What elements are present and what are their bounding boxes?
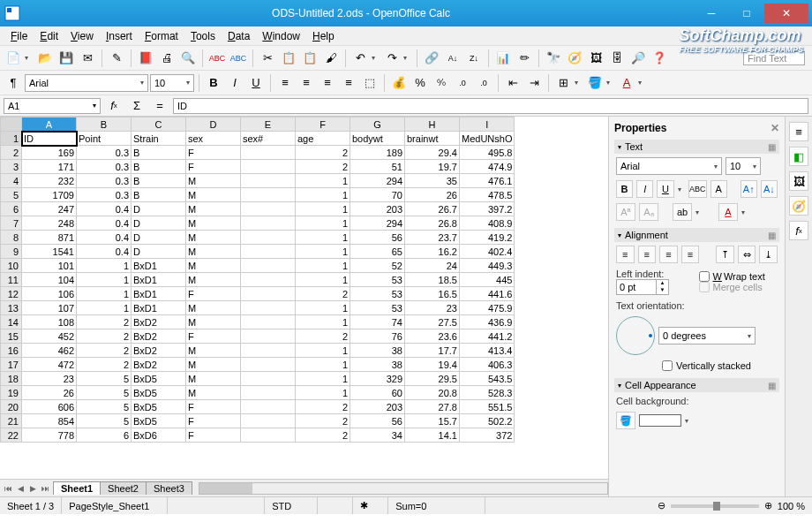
cell[interactable]: 475.9 <box>460 301 515 315</box>
menu-file[interactable]: File <box>5 28 33 44</box>
cell[interactable]: 23.6 <box>405 329 460 344</box>
cell[interactable]: 23 <box>22 372 77 386</box>
cell[interactable] <box>241 202 296 216</box>
preview-button[interactable]: 🔍 <box>178 49 198 68</box>
cell[interactable]: 1 <box>296 188 350 202</box>
cell[interactable]: BxD5 <box>132 414 186 428</box>
cell[interactable]: 1 <box>77 259 132 273</box>
cell[interactable]: M <box>186 216 241 231</box>
cell[interactable]: 5 <box>77 400 132 414</box>
cell[interactable]: brainwt <box>405 132 460 146</box>
standard-format-button[interactable]: ⁰⁄₀ <box>432 73 451 93</box>
maximize-button[interactable]: □ <box>729 4 764 23</box>
cell[interactable]: 53 <box>350 273 405 287</box>
cell[interactable]: BxD2 <box>132 329 186 344</box>
cell[interactable]: 107 <box>22 301 77 315</box>
cell[interactable] <box>241 273 296 287</box>
cell[interactable]: 1 <box>296 372 350 386</box>
cell[interactable]: F <box>186 414 241 428</box>
merge-cells-button[interactable]: ⬚ <box>360 73 380 93</box>
cell[interactable]: 445 <box>460 273 515 287</box>
cell[interactable]: 1 <box>296 174 350 188</box>
status-sum[interactable]: Sum=0 <box>388 497 485 514</box>
cell[interactable]: 2 <box>296 414 350 428</box>
save-button[interactable]: 💾 <box>56 49 76 68</box>
open-button[interactable]: 📂 <box>35 49 55 68</box>
sort-asc-button[interactable]: A↓ <box>443 49 462 68</box>
cell[interactable]: 606 <box>22 400 77 414</box>
cell[interactable] <box>241 259 296 273</box>
panel-valign-bot-button[interactable]: ⤓ <box>759 246 778 263</box>
panel-super-button[interactable]: Aª <box>616 203 635 221</box>
cell[interactable]: B <box>132 174 186 188</box>
cell[interactable] <box>241 414 296 428</box>
text-section-header[interactable]: ▾Text▦ <box>614 140 779 154</box>
align-right-button[interactable]: ≡ <box>318 73 337 93</box>
bgcolor-button[interactable]: 🪣 <box>585 73 605 93</box>
edit-button[interactable]: ✎ <box>107 49 126 68</box>
cell[interactable]: 29.4 <box>405 146 460 160</box>
cell[interactable]: B <box>132 146 186 160</box>
pdf-button[interactable]: 📕 <box>136 49 155 68</box>
align-justify-button[interactable]: ≡ <box>339 73 358 93</box>
cell[interactable]: 38 <box>350 358 405 372</box>
cell[interactable]: 294 <box>350 216 405 231</box>
show-draw-button[interactable]: ✏ <box>515 49 534 68</box>
cell[interactable]: 38 <box>350 344 405 358</box>
cell[interactable]: 27.5 <box>405 315 460 329</box>
row-header[interactable]: 17 <box>1 358 22 372</box>
row-header[interactable]: 2 <box>1 146 22 160</box>
cell[interactable]: 495.8 <box>460 146 515 160</box>
spellcheck-button[interactable]: ABC <box>207 49 227 68</box>
indent-spinner[interactable]: 0 pt▲▼ <box>616 279 669 295</box>
paste-button[interactable]: 📋 <box>300 49 320 68</box>
cell[interactable]: 476.1 <box>460 174 515 188</box>
panel-font-name-combo[interactable]: Arial▾ <box>616 157 722 175</box>
panel-shrink-font-button[interactable]: A↓ <box>761 180 778 198</box>
cell[interactable]: 101 <box>22 259 77 273</box>
cell[interactable]: B <box>132 188 186 202</box>
cell[interactable]: 1 <box>77 273 132 287</box>
cell[interactable] <box>241 160 296 174</box>
tab-first-button[interactable]: ⏮ <box>2 484 14 493</box>
cell[interactable]: 76 <box>350 329 405 344</box>
cell[interactable]: 294 <box>350 174 405 188</box>
cell[interactable]: BxD2 <box>132 315 186 329</box>
datasources-button[interactable]: 🗄 <box>607 49 627 68</box>
row-header[interactable]: 4 <box>1 174 22 188</box>
panel-font-size-combo[interactable]: 10▾ <box>726 157 761 175</box>
cell[interactable]: 2 <box>77 315 132 329</box>
sum-button[interactable]: Σ <box>127 96 147 116</box>
cell[interactable]: M <box>186 386 241 400</box>
col-header[interactable]: I <box>460 117 515 132</box>
cell[interactable]: 53 <box>350 287 405 301</box>
cell[interactable]: 528.3 <box>460 386 515 400</box>
cell[interactable]: 0.4 <box>77 231 132 245</box>
font-name-combo[interactable]: Arial▾ <box>25 74 148 92</box>
cell[interactable]: 16.2 <box>405 245 460 259</box>
cell[interactable]: 1 <box>296 386 350 400</box>
cell[interactable]: F <box>186 400 241 414</box>
vertically-stacked-checkbox[interactable]: Vertically stacked <box>662 360 778 371</box>
orientation-combo[interactable]: 0 degrees▾ <box>658 327 756 344</box>
cell[interactable]: 24 <box>405 259 460 273</box>
sheet-tab[interactable]: Sheet2 <box>100 481 147 495</box>
cell[interactable]: sex <box>186 132 241 146</box>
cell[interactable]: D <box>132 231 186 245</box>
cell[interactable]: MedUNshO <box>460 132 515 146</box>
panel-fontcolor-button[interactable]: A <box>718 203 738 221</box>
properties-tab-button[interactable]: ≡ <box>789 122 808 141</box>
panel-strike-button[interactable]: ABC <box>688 180 707 198</box>
row-header[interactable]: 7 <box>1 216 22 231</box>
cell[interactable]: 436.9 <box>460 315 515 329</box>
cell[interactable]: M <box>186 344 241 358</box>
cell[interactable]: M <box>186 259 241 273</box>
remove-decimal-button[interactable]: .0 <box>474 73 493 93</box>
cell[interactable]: F <box>186 428 241 443</box>
panel-align-left-button[interactable]: ≡ <box>616 246 635 263</box>
align-left-button[interactable]: ≡ <box>275 73 295 93</box>
cell[interactable]: 551.5 <box>460 400 515 414</box>
cell[interactable]: F <box>186 146 241 160</box>
cell-section-options-icon[interactable]: ▦ <box>768 381 776 390</box>
panel-valign-top-button[interactable]: ⤒ <box>716 246 734 263</box>
